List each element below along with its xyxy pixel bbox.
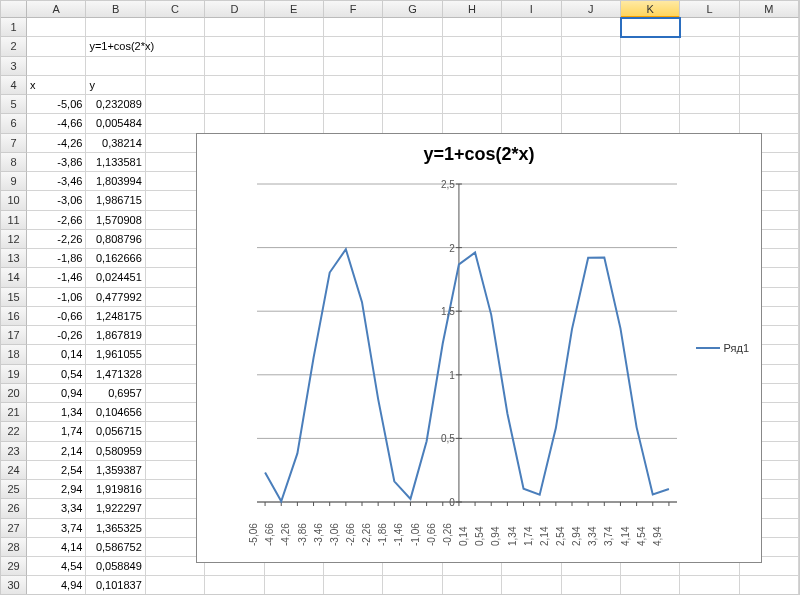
cell-C2[interactable] [146, 37, 205, 56]
cell-A28[interactable]: 4,14 [27, 538, 86, 557]
row-header-1[interactable]: 1 [1, 18, 27, 37]
cell-A5[interactable]: -5,06 [27, 95, 86, 114]
cell-L2[interactable] [680, 37, 739, 56]
cell-I30[interactable] [502, 576, 561, 595]
cell-B25[interactable]: 1,919816 [86, 480, 145, 499]
row-header-7[interactable]: 7 [1, 134, 27, 153]
cell-A1[interactable] [27, 18, 86, 37]
cell-H6[interactable] [443, 114, 502, 133]
cell-K5[interactable] [621, 95, 680, 114]
row-header-20[interactable]: 20 [1, 384, 27, 403]
cell-B24[interactable]: 1,359387 [86, 461, 145, 480]
cell-M2[interactable] [740, 37, 799, 56]
row-header-13[interactable]: 13 [1, 249, 27, 268]
cell-A30[interactable]: 4,94 [27, 576, 86, 595]
cell-A2[interactable] [27, 37, 86, 56]
row-header-30[interactable]: 30 [1, 576, 27, 595]
cell-I6[interactable] [502, 114, 561, 133]
row-header-17[interactable]: 17 [1, 326, 27, 345]
cell-M4[interactable] [740, 76, 799, 95]
cell-B1[interactable] [86, 18, 145, 37]
cell-B26[interactable]: 1,922297 [86, 499, 145, 518]
row-header-26[interactable]: 26 [1, 499, 27, 518]
cell-F1[interactable] [324, 18, 383, 37]
column-header-J[interactable]: J [562, 1, 621, 18]
cell-D6[interactable] [205, 114, 264, 133]
column-header-A[interactable]: A [27, 1, 86, 18]
cell-A25[interactable]: 2,94 [27, 480, 86, 499]
row-header-8[interactable]: 8 [1, 153, 27, 172]
cell-E6[interactable] [265, 114, 324, 133]
cell-B15[interactable]: 0,477992 [86, 288, 145, 307]
cell-L6[interactable] [680, 114, 739, 133]
cell-B20[interactable]: 0,6957 [86, 384, 145, 403]
cell-A9[interactable]: -3,46 [27, 172, 86, 191]
row-header-15[interactable]: 15 [1, 288, 27, 307]
cell-A13[interactable]: -1,86 [27, 249, 86, 268]
row-header-18[interactable]: 18 [1, 345, 27, 364]
row-header-29[interactable]: 29 [1, 557, 27, 576]
column-header-G[interactable]: G [383, 1, 442, 18]
row-header-27[interactable]: 27 [1, 519, 27, 538]
column-header-E[interactable]: E [265, 1, 324, 18]
row-header-25[interactable]: 25 [1, 480, 27, 499]
row-header-28[interactable]: 28 [1, 538, 27, 557]
row-header-14[interactable]: 14 [1, 268, 27, 287]
cell-F4[interactable] [324, 76, 383, 95]
cell-B29[interactable]: 0,058849 [86, 557, 145, 576]
cell-F2[interactable] [324, 37, 383, 56]
cell-A20[interactable]: 0,94 [27, 384, 86, 403]
cell-B28[interactable]: 0,586752 [86, 538, 145, 557]
cell-E4[interactable] [265, 76, 324, 95]
cell-L30[interactable] [680, 576, 739, 595]
row-header-19[interactable]: 19 [1, 365, 27, 384]
cell-E30[interactable] [265, 576, 324, 595]
cell-A15[interactable]: -1,06 [27, 288, 86, 307]
cell-I2[interactable] [502, 37, 561, 56]
cell-K30[interactable] [621, 576, 680, 595]
cell-D5[interactable] [205, 95, 264, 114]
cell-C1[interactable] [146, 18, 205, 37]
cell-D1[interactable] [205, 18, 264, 37]
column-header-L[interactable]: L [680, 1, 739, 18]
cell-B13[interactable]: 0,162666 [86, 249, 145, 268]
cell-D3[interactable] [205, 57, 264, 76]
row-header-4[interactable]: 4 [1, 76, 27, 95]
cell-G1[interactable] [383, 18, 442, 37]
cell-C30[interactable] [146, 576, 205, 595]
column-header-M[interactable]: M [740, 1, 799, 18]
cell-B27[interactable]: 1,365325 [86, 519, 145, 538]
column-header-C[interactable]: C [146, 1, 205, 18]
column-header-B[interactable]: B [86, 1, 145, 18]
cell-B14[interactable]: 0,024451 [86, 268, 145, 287]
cell-D4[interactable] [205, 76, 264, 95]
cell-B30[interactable]: 0,101837 [86, 576, 145, 595]
cell-D30[interactable] [205, 576, 264, 595]
select-all-corner[interactable] [1, 1, 27, 18]
row-header-6[interactable]: 6 [1, 114, 27, 133]
cell-J30[interactable] [562, 576, 621, 595]
cell-M3[interactable] [740, 57, 799, 76]
cell-A11[interactable]: -2,66 [27, 211, 86, 230]
chart-object[interactable]: y=1+cos(2*x) 00,511,522,5 -5,06-4,66-4,2… [196, 133, 762, 563]
cell-J1[interactable] [562, 18, 621, 37]
cell-A23[interactable]: 2,14 [27, 442, 86, 461]
cell-H3[interactable] [443, 57, 502, 76]
column-header-F[interactable]: F [324, 1, 383, 18]
cell-B7[interactable]: 0,38214 [86, 134, 145, 153]
cell-L5[interactable] [680, 95, 739, 114]
row-header-9[interactable]: 9 [1, 172, 27, 191]
cell-B18[interactable]: 1,961055 [86, 345, 145, 364]
cell-B5[interactable]: 0,232089 [86, 95, 145, 114]
row-header-5[interactable]: 5 [1, 95, 27, 114]
cell-H1[interactable] [443, 18, 502, 37]
cell-A12[interactable]: -2,26 [27, 230, 86, 249]
cell-F6[interactable] [324, 114, 383, 133]
cell-A26[interactable]: 3,34 [27, 499, 86, 518]
cell-H30[interactable] [443, 576, 502, 595]
cell-K3[interactable] [621, 57, 680, 76]
chart-legend[interactable]: Ряд1 [696, 342, 749, 354]
cell-E3[interactable] [265, 57, 324, 76]
cell-M30[interactable] [740, 576, 799, 595]
cell-B3[interactable] [86, 57, 145, 76]
